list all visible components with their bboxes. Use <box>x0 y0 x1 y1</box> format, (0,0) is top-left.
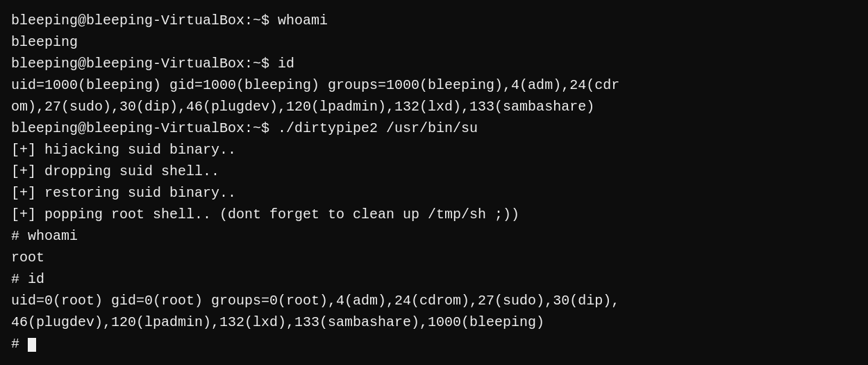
terminal-line: [+] popping root shell.. (dont forget to… <box>11 204 857 225</box>
terminal-line: # <box>11 333 857 355</box>
terminal-line: root <box>11 247 857 268</box>
terminal-line: bleeping@bleeping-VirtualBox:~$ whoami <box>11 10 857 31</box>
terminal-line: om),27(sudo),30(dip),46(plugdev),120(lpa… <box>11 96 857 117</box>
terminal-line: uid=1000(bleeping) gid=1000(bleeping) gr… <box>11 74 857 96</box>
terminal-line: # id <box>11 268 857 290</box>
terminal-line: [+] hijacking suid binary.. <box>11 139 857 161</box>
terminal-window: bleeping@bleeping-VirtualBox:~$ whoamibl… <box>11 10 857 355</box>
terminal-output: bleeping@bleeping-VirtualBox:~$ whoamibl… <box>11 10 857 355</box>
terminal-line: bleeping@bleeping-VirtualBox:~$ ./dirtyp… <box>11 117 857 139</box>
terminal-line: bleeping <box>11 31 857 53</box>
terminal-line: [+] restoring suid binary.. <box>11 182 857 204</box>
terminal-line: 46(plugdev),120(lpadmin),132(lxd),133(sa… <box>11 311 857 333</box>
terminal-line: uid=0(root) gid=0(root) groups=0(root),4… <box>11 290 857 311</box>
terminal-line: bleeping@bleeping-VirtualBox:~$ id <box>11 53 857 74</box>
cursor-block <box>28 338 36 352</box>
terminal-line: # whoami <box>11 225 857 247</box>
terminal-line: [+] dropping suid shell.. <box>11 161 857 182</box>
